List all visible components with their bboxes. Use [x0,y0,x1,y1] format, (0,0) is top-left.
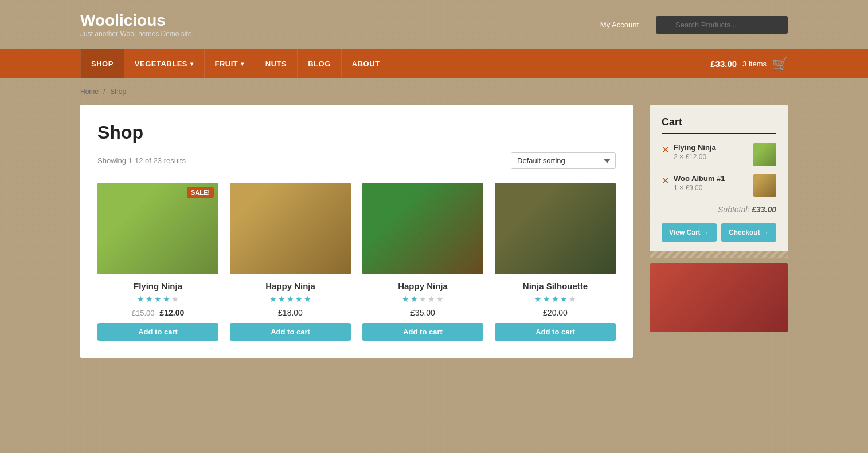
sale-badge-1: SALE! [187,187,214,198]
product-price-1: £15.00 £12.00 [132,308,184,317]
my-account-link[interactable]: My Account [600,21,639,29]
price-current-1: £12.00 [159,308,184,317]
add-to-cart-button-3[interactable]: Add to cart [362,323,483,341]
nav-label-vegetables: VEGETABLES [135,60,187,68]
cart-item-info-1: Flying Ninja 2 × £12.00 [674,143,749,161]
star-3: ★ [154,294,162,304]
nav-item-nuts[interactable]: NUTS [255,49,298,78]
star-2: ★ [278,294,286,304]
product-image-3 [362,183,483,274]
star-5: ★ [569,294,576,304]
star-3: ★ [287,294,294,304]
cart-item-2: ✕ Woo Album #1 1 × £9.00 [662,174,776,197]
nav-item-about[interactable]: ABOUT [342,49,391,78]
nav-label-shop: SHOP [91,60,114,68]
sidebar-image-box [650,263,788,332]
site-header: Woolicious Just another WooThemes Demo s… [0,0,868,49]
add-to-cart-button-4[interactable]: Add to cart [495,323,616,341]
remove-item-2-icon[interactable]: ✕ [662,175,669,186]
star-4: ★ [428,294,435,304]
sidebar: Cart ✕ Flying Ninja 2 × £12.00 ✕ Woo Alb… [650,105,788,332]
shop-title: Shop [97,122,616,143]
product-price-2: £18.00 [278,308,303,317]
results-count: Showing 1-12 of 23 results [97,156,186,165]
header-right: My Account 🔍 [600,16,788,34]
star-2: ★ [410,294,418,304]
product-card-4: Ninja Silhouette ★ ★ ★ ★ ★ £20.00 Add to… [495,183,616,341]
cart-item-thumb-2 [753,174,776,197]
product-card-2: Happy Ninja ★ ★ ★ ★ ★ £18.00 Add to cart [230,183,351,341]
product-image-placeholder-4 [495,183,616,274]
shop-content: Shop Showing 1-12 of 23 results Default … [80,105,633,358]
nav-item-shop[interactable]: SHOP [80,49,124,78]
chevron-down-icon: ▾ [241,61,244,67]
star-2: ★ [543,294,550,304]
nav-label-fruit: FRUIT [215,60,238,68]
nav-label-nuts: NUTS [265,60,287,68]
cart-item-name-2: Woo Album #1 [674,174,749,183]
shopping-cart-icon: 🛒 [772,57,788,72]
star-4: ★ [163,294,170,304]
remove-item-1-icon[interactable]: ✕ [662,144,669,155]
cart-item-qty-2: 1 × £9.00 [674,184,702,192]
sort-select[interactable]: Default sorting Sort by popularity Sort … [511,152,616,169]
product-price-3: £35.00 [410,308,435,317]
navbar-cart[interactable]: £33.00 3 items 🛒 [710,57,788,72]
product-stars-4: ★ ★ ★ ★ ★ [534,294,576,304]
cart-widget: Cart ✕ Flying Ninja 2 × £12.00 ✕ Woo Alb… [650,105,788,258]
star-5: ★ [304,294,311,304]
product-name-4: Ninja Silhouette [523,281,588,291]
star-3: ★ [552,294,559,304]
product-name-1: Flying Ninja [134,281,182,291]
product-image-2 [230,183,351,274]
nav-item-fruit[interactable]: FRUIT ▾ [205,49,255,78]
cart-item-qty-1: 2 × £12.00 [674,153,706,161]
cart-items-count: 3 items [742,60,767,68]
star-1: ★ [402,294,409,304]
nav-item-blog[interactable]: BLOG [298,49,342,78]
add-to-cart-button-2[interactable]: Add to cart [230,323,351,341]
cart-widget-title: Cart [662,116,776,128]
product-name-3: Happy Ninja [398,281,448,291]
star-2: ★ [146,294,153,304]
price-old-1: £15.00 [132,309,155,317]
star-1: ★ [137,294,144,304]
product-name-2: Happy Ninja [265,281,315,291]
breadcrumb: Home / Shop [0,78,868,105]
product-image-placeholder-3 [362,183,483,274]
star-1: ★ [269,294,277,304]
sidebar-image-inner [650,263,788,332]
cart-item-1: ✕ Flying Ninja 2 × £12.00 [662,143,776,166]
breadcrumb-separator: / [103,88,105,96]
sort-wrapper: Default sorting Sort by popularity Sort … [511,152,616,169]
price-single-4: £20.00 [543,308,568,317]
star-1: ★ [534,294,542,304]
view-cart-button[interactable]: View Cart → [662,223,717,242]
site-title: Woolicious [80,11,192,30]
add-to-cart-button-1[interactable]: Add to cart [97,323,218,341]
product-stars-3: ★ ★ ★ ★ ★ [402,294,444,304]
site-tagline: Just another WooThemes Demo site [80,30,192,38]
nav-items: SHOP VEGETABLES ▾ FRUIT ▾ NUTS BLOG ABOU… [80,49,390,78]
cart-item-thumb-1 [753,143,776,166]
cart-divider [662,133,776,134]
product-grid: SALE! Flying Ninja ★ ★ ★ ★ ★ £15.00 £12.… [97,183,616,341]
nav-item-vegetables[interactable]: VEGETABLES ▾ [124,49,205,78]
cart-item-info-2: Woo Album #1 1 × £9.00 [674,174,749,192]
cart-total: £33.00 [710,59,737,69]
chevron-down-icon: ▾ [190,61,194,67]
site-branding: Woolicious Just another WooThemes Demo s… [80,11,192,38]
price-single-2: £18.00 [278,308,303,317]
checkout-button[interactable]: Checkout → [721,223,776,242]
breadcrumb-home[interactable]: Home [80,88,99,96]
search-input[interactable] [656,16,788,34]
price-single-3: £35.00 [410,308,435,317]
star-5: ★ [436,294,444,304]
product-card-3: Happy Ninja ★ ★ ★ ★ ★ £35.00 Add to cart [362,183,483,341]
product-price-4: £20.00 [543,308,568,317]
product-stars-1: ★ ★ ★ ★ ★ [137,294,179,304]
search-wrapper: 🔍 [656,16,788,34]
nav-label-blog: BLOG [308,60,331,68]
shop-meta: Showing 1-12 of 23 results Default sorti… [97,152,616,169]
star-4: ★ [560,294,568,304]
